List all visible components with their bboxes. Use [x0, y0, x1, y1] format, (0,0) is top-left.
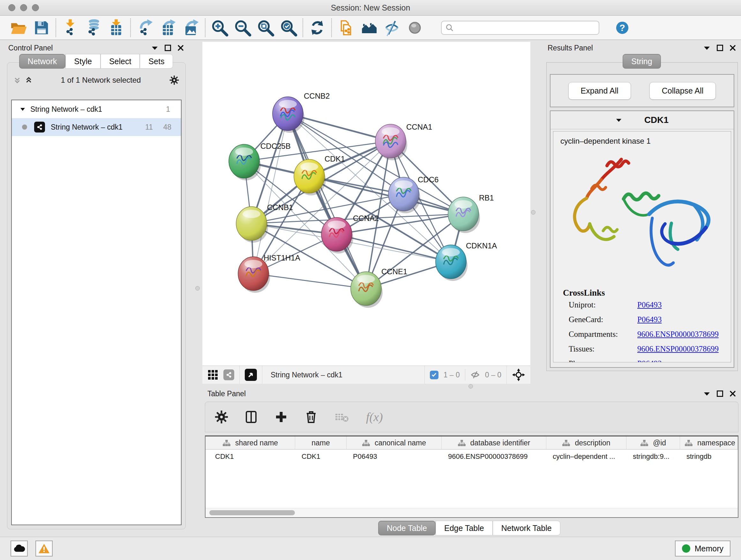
horizontal-scrollbar[interactable]: [205, 508, 738, 517]
help-button[interactable]: ?: [611, 17, 634, 38]
tab-style[interactable]: Style: [65, 54, 100, 69]
network-node-RB1[interactable]: RB1: [448, 193, 494, 233]
vertical-splitter-handle[interactable]: [531, 210, 536, 214]
collapse-triangle-icon[interactable]: [20, 107, 25, 111]
network-node-CCNB1[interactable]: CCNB1: [236, 203, 293, 243]
crosslink-link[interactable]: 9606.ENSP00000378699: [637, 345, 719, 353]
network-collection-row[interactable]: String Network – cdk1 1: [12, 100, 181, 118]
import-network-database-button[interactable]: [82, 17, 105, 38]
copy-document-button[interactable]: [334, 17, 357, 38]
close-panel-icon[interactable]: [178, 45, 184, 51]
string-view-icon[interactable]: [223, 369, 234, 380]
close-panel-icon[interactable]: [730, 45, 736, 51]
zoom-out-button[interactable]: [231, 17, 254, 38]
export-network-file-button[interactable]: [133, 17, 156, 38]
column-header[interactable]: description: [546, 436, 626, 449]
warnings-button[interactable]: [36, 541, 53, 557]
tab-node-table[interactable]: Node Table: [378, 521, 435, 536]
float-panel-icon[interactable]: [703, 391, 711, 396]
collapse-section-icon[interactable]: [616, 118, 622, 122]
maximize-panel-icon[interactable]: [165, 45, 171, 51]
birdseye-view-icon[interactable]: [245, 369, 257, 381]
maximize-window-button[interactable]: [32, 4, 39, 11]
crosslink-link[interactable]: P06493: [637, 300, 662, 309]
zoom-selected-button[interactable]: [277, 17, 300, 38]
float-panel-icon[interactable]: [703, 46, 711, 50]
tab-network-table[interactable]: Network Table: [493, 521, 560, 536]
svg-text:CCNB2: CCNB2: [304, 91, 330, 100]
network-node-CCNA1[interactable]: CCNA1: [375, 123, 432, 160]
maximize-panel-icon[interactable]: [717, 45, 723, 51]
crosslink-link[interactable]: P06493: [637, 359, 662, 362]
export-table-button[interactable]: [156, 17, 179, 38]
grid-view-icon[interactable]: [207, 369, 218, 380]
cell-canonical-name[interactable]: P06493: [347, 449, 442, 463]
close-window-button[interactable]: [8, 4, 15, 11]
render-detail-button[interactable]: [403, 17, 426, 38]
network-row[interactable]: String Network – cdk1 11 48: [12, 118, 181, 136]
maximize-panel-icon[interactable]: [717, 390, 723, 397]
float-panel-icon[interactable]: [151, 46, 158, 50]
network-canvas[interactable]: CCNB2CCNA1CDC25BCDK1CDC6RB1CCNB1CCNA2CDK…: [202, 42, 530, 366]
create-column-plus-icon[interactable]: [274, 410, 288, 424]
selected-checkbox-icon[interactable]: [430, 371, 439, 379]
zoom-fit-button[interactable]: [254, 17, 277, 38]
import-network-file-button[interactable]: [59, 17, 82, 38]
search-field[interactable]: [441, 21, 599, 35]
network-node-HIST1H1A[interactable]: HIST1H1A: [238, 253, 300, 293]
expand-all-icon[interactable]: [25, 77, 32, 84]
cell-shared-name[interactable]: CDK1: [205, 449, 295, 463]
tab-sets[interactable]: Sets: [140, 54, 173, 69]
window-controls[interactable]: [8, 4, 39, 11]
horizontal-splitter-handle[interactable]: [468, 384, 473, 388]
network-node-CCNE1[interactable]: CCNE1: [351, 267, 407, 308]
export-image-button[interactable]: [179, 17, 202, 38]
cell-database-identifier[interactable]: 9606.ENSP00000378699: [442, 449, 546, 463]
search-input[interactable]: [457, 23, 595, 32]
column-header[interactable]: @id: [626, 436, 680, 449]
home-button[interactable]: [357, 17, 381, 38]
cell-description[interactable]: cyclin–dependent ...: [546, 449, 626, 463]
crosslink-link[interactable]: P06493: [637, 315, 662, 324]
tab-network[interactable]: Network: [19, 54, 66, 69]
table-row[interactable]: CDK1 CDK1 P06493 9606.ENSP00000378699 cy…: [205, 449, 738, 463]
network-node-CDC25B[interactable]: CDC25B: [229, 142, 291, 180]
pan-crosshair-icon[interactable]: [512, 368, 525, 381]
save-session-button[interactable]: [30, 17, 53, 38]
tab-edge-table[interactable]: Edge Table: [435, 521, 493, 536]
table-options-gear-icon[interactable]: [215, 410, 228, 424]
close-panel-icon[interactable]: [730, 390, 736, 397]
column-header[interactable]: database identifier: [442, 436, 546, 449]
show-hide-details-button[interactable]: [381, 17, 403, 38]
network-node-CDK1[interactable]: CDK1: [294, 154, 345, 195]
delete-column-trash-icon[interactable]: [304, 410, 318, 424]
network-node-CCNA2[interactable]: CCNA2: [321, 214, 379, 253]
crosslink-link[interactable]: 9606.ENSP00000378699: [637, 330, 719, 338]
show-columns-icon[interactable]: [244, 410, 258, 424]
refresh-view-button[interactable]: [306, 17, 329, 38]
network-node-CDKN1A[interactable]: CDKN1A: [435, 241, 497, 281]
cloud-status-button[interactable]: [10, 541, 28, 557]
gear-icon[interactable]: [170, 75, 179, 85]
network-node-CCNB2[interactable]: CCNB2: [273, 91, 330, 133]
tab-string-results[interactable]: String: [623, 54, 661, 69]
collapse-all-button[interactable]: Collapse All: [650, 82, 716, 100]
cell-name[interactable]: CDK1: [295, 449, 347, 463]
scrollbar-thumb[interactable]: [209, 510, 295, 515]
column-header[interactable]: namespace: [680, 436, 738, 449]
network-node-CDC6[interactable]: CDC6: [388, 175, 439, 213]
vertical-splitter-handle[interactable]: [195, 286, 200, 291]
column-header[interactable]: canonical name: [347, 436, 442, 449]
zoom-in-button[interactable]: [208, 17, 231, 38]
minimize-window-button[interactable]: [20, 4, 27, 11]
cell-namespace[interactable]: stringdb: [680, 449, 738, 463]
column-header[interactable]: name: [295, 436, 347, 449]
cell-id[interactable]: stringdb:9...: [626, 449, 680, 463]
collapse-all-icon[interactable]: [14, 77, 21, 84]
expand-all-button[interactable]: Expand All: [568, 82, 631, 100]
tab-select[interactable]: Select: [100, 54, 140, 69]
open-file-button[interactable]: [7, 17, 30, 38]
column-header[interactable]: shared name: [205, 436, 295, 449]
import-table-file-button[interactable]: [105, 17, 128, 38]
memory-button[interactable]: Memory: [675, 541, 731, 557]
